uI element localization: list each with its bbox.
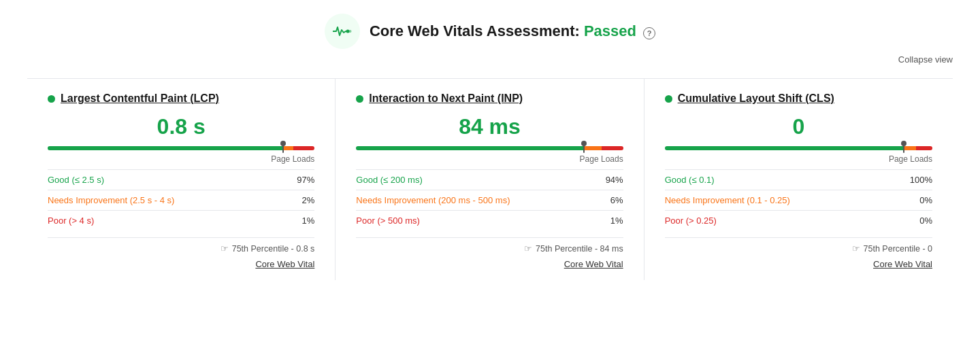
assessment-header: Core Web Vitals Assessment: Passed ? xyxy=(27,14,953,49)
metric-value: 0.8 s xyxy=(48,114,314,139)
stat-value: 2% xyxy=(282,190,314,211)
gauge-green xyxy=(665,146,903,150)
percentile-text: 75th Percentile - 84 ms xyxy=(536,244,623,254)
stat-label: Needs Improvement (200 ms - 500 ms) xyxy=(356,190,595,211)
stats-table: Good (≤ 2.5 s) 97% Needs Improvement (2.… xyxy=(48,169,314,230)
gauge-orange xyxy=(583,146,602,150)
stat-value: 0% xyxy=(892,190,932,211)
svg-point-1 xyxy=(348,30,351,33)
metrics-grid: Largest Contentful Paint (LCP) 0.8 s Pag… xyxy=(27,78,953,280)
metric-title-row: Cumulative Layout Shift (CLS) xyxy=(665,92,932,105)
gauge-marker xyxy=(282,143,284,153)
vitals-icon xyxy=(325,14,360,49)
page-title: Core Web Vitals Assessment: Passed ? xyxy=(370,22,655,40)
stat-row: Poor (> 0.25) 0% xyxy=(665,211,932,231)
gauge-bar xyxy=(356,146,623,150)
collapse-button[interactable]: Collapse view xyxy=(898,54,953,65)
metric-value: 0 xyxy=(665,114,932,139)
stat-value: 1% xyxy=(282,211,314,231)
core-web-vital-link[interactable]: Core Web Vital xyxy=(665,259,932,269)
status-dot xyxy=(48,95,55,103)
stat-label: Good (≤ 0.1) xyxy=(665,170,892,190)
stats-table: Good (≤ 200 ms) 94% Needs Improvement (2… xyxy=(356,169,623,230)
gauge-marker xyxy=(903,143,904,153)
metric-card-inp: Interaction to Next Paint (INP) 84 ms Pa… xyxy=(336,79,644,280)
stat-value: 100% xyxy=(892,170,932,190)
metric-card-lcp: Largest Contentful Paint (LCP) 0.8 s Pag… xyxy=(27,79,336,280)
help-icon[interactable]: ? xyxy=(643,27,655,39)
gauge-red xyxy=(916,146,932,150)
stat-row: Poor (> 4 s) 1% xyxy=(48,211,314,231)
gauge-container xyxy=(356,146,623,150)
stats-table: Good (≤ 0.1) 100% Needs Improvement (0.1… xyxy=(665,169,932,230)
stat-label: Needs Improvement (2.5 s - 4 s) xyxy=(48,190,282,211)
gauge-bar xyxy=(665,146,932,150)
gauge-container xyxy=(665,146,932,150)
metric-title[interactable]: Cumulative Layout Shift (CLS) xyxy=(678,92,834,105)
percentile-text: 75th Percentile - 0.8 s xyxy=(232,244,315,254)
stat-value: 94% xyxy=(595,170,623,190)
gauge-green xyxy=(356,146,583,150)
metric-title[interactable]: Largest Contentful Paint (LCP) xyxy=(61,92,219,105)
gauge-green xyxy=(48,146,282,150)
page-loads-label: Page Loads xyxy=(356,154,623,164)
stat-label: Poor (> 4 s) xyxy=(48,211,282,231)
percentile-icon: ☞ xyxy=(852,243,860,254)
metric-title-row: Largest Contentful Paint (LCP) xyxy=(48,92,314,105)
stat-value: 1% xyxy=(595,211,623,231)
stat-row: Needs Improvement (2.5 s - 4 s) 2% xyxy=(48,190,314,211)
collapse-row: Collapse view xyxy=(27,54,953,65)
stat-row: Good (≤ 0.1) 100% xyxy=(665,170,932,190)
page-loads-label: Page Loads xyxy=(48,154,314,164)
stat-label: Good (≤ 200 ms) xyxy=(356,170,595,190)
gauge-container xyxy=(48,146,314,150)
stat-row: Good (≤ 2.5 s) 97% xyxy=(48,170,314,190)
gauge-red xyxy=(293,146,314,150)
stat-label: Needs Improvement (0.1 - 0.25) xyxy=(665,190,892,211)
metric-card-cls: Cumulative Layout Shift (CLS) 0 Page Loa… xyxy=(644,79,953,280)
gauge-orange xyxy=(903,146,917,150)
percentile-icon: ☞ xyxy=(524,243,532,254)
page-loads-label: Page Loads xyxy=(665,154,932,164)
stat-label: Good (≤ 2.5 s) xyxy=(48,170,282,190)
metric-title-row: Interaction to Next Paint (INP) xyxy=(356,92,623,105)
status-dot xyxy=(665,95,672,103)
percentile-row: ☞ 75th Percentile - 84 ms xyxy=(356,237,623,254)
stat-value: 97% xyxy=(282,170,314,190)
gauge-orange xyxy=(282,146,293,150)
stat-row: Poor (> 500 ms) 1% xyxy=(356,211,623,231)
gauge-red xyxy=(602,146,623,150)
stat-row: Good (≤ 200 ms) 94% xyxy=(356,170,623,190)
stat-label: Poor (> 500 ms) xyxy=(356,211,595,231)
percentile-row: ☞ 75th Percentile - 0.8 s xyxy=(48,237,314,254)
stat-value: 6% xyxy=(595,190,623,211)
status-dot xyxy=(356,95,363,103)
metric-value: 84 ms xyxy=(356,114,623,139)
stat-row: Needs Improvement (200 ms - 500 ms) 6% xyxy=(356,190,623,211)
stat-row: Needs Improvement (0.1 - 0.25) 0% xyxy=(665,190,932,211)
gauge-marker xyxy=(583,143,585,153)
stat-value: 0% xyxy=(892,211,932,231)
percentile-text: 75th Percentile - 0 xyxy=(864,244,932,254)
metric-title[interactable]: Interaction to Next Paint (INP) xyxy=(369,92,523,105)
core-web-vital-link[interactable]: Core Web Vital xyxy=(48,259,314,269)
gauge-bar xyxy=(48,146,314,150)
percentile-icon: ☞ xyxy=(220,243,229,254)
stat-label: Poor (> 0.25) xyxy=(665,211,892,231)
percentile-row: ☞ 75th Percentile - 0 xyxy=(665,237,932,254)
core-web-vital-link[interactable]: Core Web Vital xyxy=(356,259,623,269)
